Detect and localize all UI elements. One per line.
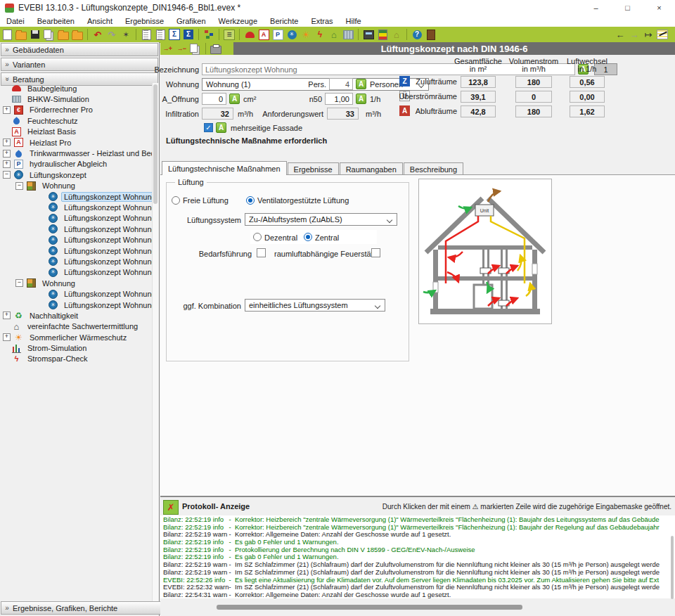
protocol-log[interactable]: Bilanz: 22:52:19 info-Korrektor: Heizber… bbox=[160, 515, 675, 598]
close-button[interactable]: × bbox=[643, 0, 675, 15]
tree-item-lüftungskonzept[interactable]: −Lüftungskonzept bbox=[0, 169, 153, 180]
tree-item-lüftungskonzept-wohnung-(8)[interactable]: Lüftungskonzept Wohnung (8) bbox=[0, 256, 153, 267]
fassade-a-button[interactable]: A bbox=[216, 122, 226, 133]
bedarfsfuehrung-checkbox[interactable] bbox=[257, 248, 266, 257]
heizlast-icon[interactable]: A bbox=[258, 30, 269, 40]
close-protocol-button[interactable]: ✗ bbox=[163, 500, 179, 515]
tree-item-strom-simulation[interactable]: Strom-Simulation bbox=[0, 342, 153, 353]
energie-doc-icon[interactable] bbox=[377, 30, 388, 40]
collapse-icon[interactable]: − bbox=[3, 171, 11, 179]
expand-icon[interactable]: + bbox=[3, 106, 11, 114]
undo-icon[interactable]: ↶ bbox=[92, 30, 103, 40]
tree-item-lüftungskonzept-wohnung-(1)[interactable]: Lüftungskonzept Wohnung (1) bbox=[0, 191, 153, 202]
sidebar-section-ergebnisse[interactable]: » Ergebnisse, Grafiken, Berichte bbox=[1, 601, 162, 615]
tree-item-wohnung[interactable]: −Wohnung bbox=[0, 181, 153, 191]
tree-item-wohnung[interactable]: −Wohnung bbox=[0, 278, 153, 288]
tree-item-lüftungskonzept-wohnung-(9)[interactable]: Lüftungskonzept Wohnung (9) bbox=[0, 300, 153, 310]
log-line[interactable]: Bilanz: 22:52:19 warn-Im SZ Schlafzimmer… bbox=[160, 568, 675, 576]
minimize-button[interactable]: – bbox=[580, 0, 612, 15]
tree-item-lüftungskonzept-wohnung-(4)[interactable]: Lüftungskonzept Wohnung (4) bbox=[0, 288, 153, 299]
kombination-select[interactable]: einheitliches Lüftungssystem bbox=[245, 299, 385, 312]
log-line[interactable]: Bilanz: 22:52:19 info-Es gab 0 Fehler un… bbox=[160, 553, 675, 560]
menu-extras[interactable]: Extras bbox=[304, 16, 339, 26]
sigma-out-icon[interactable]: Σ bbox=[169, 30, 180, 40]
fassade-checkbox[interactable] bbox=[204, 123, 213, 132]
collapse-icon[interactable]: − bbox=[15, 279, 23, 287]
edit-report-icon[interactable] bbox=[657, 30, 668, 40]
tab-beschreibung[interactable]: Beschreibung bbox=[404, 162, 463, 175]
stromspar-icon[interactable]: ϟ bbox=[314, 30, 326, 40]
collapse-icon[interactable]: − bbox=[15, 182, 23, 190]
ventilator-radio[interactable] bbox=[246, 196, 255, 205]
wand-icon[interactable]: ✶ bbox=[120, 30, 131, 40]
log-line[interactable]: EVEBI: 22:52:32 warn-Im SZ Schlafzimmer … bbox=[160, 583, 675, 591]
log-line[interactable]: Bilanz: 22:54:31 warn-Korrektor: Allgeme… bbox=[160, 591, 675, 598]
log-line[interactable]: Bilanz: 22:52:19 info-Es gab 0 Fehler un… bbox=[160, 538, 675, 546]
hydraulik-icon[interactable]: P bbox=[272, 30, 283, 40]
sidebar-section-varianten[interactable]: » Varianten bbox=[1, 58, 158, 71]
sidebar-scrollbar[interactable] bbox=[152, 83, 158, 602]
tree-item-heizlast-pro[interactable]: +Heizlast Pro bbox=[0, 137, 153, 148]
copy-icon[interactable] bbox=[44, 30, 55, 40]
tree-item-lüftungskonzept-wohnung-(7)[interactable]: Lüftungskonzept Wohnung (7) bbox=[0, 245, 153, 256]
menu-ansicht[interactable]: Ansicht bbox=[81, 16, 119, 26]
go-end-icon[interactable]: ↦ bbox=[643, 30, 654, 40]
log-line[interactable]: Bilanz: 22:52:19 warn-Im SZ Schlafzimmer… bbox=[160, 560, 675, 568]
menu-datei[interactable]: Datei bbox=[0, 16, 31, 26]
help-icon[interactable]: ? bbox=[411, 30, 423, 40]
import-icon[interactable] bbox=[58, 30, 69, 40]
tree-item-bhkw-simulation[interactable]: BHKW-Simulation bbox=[0, 94, 153, 104]
lueftungssystem-select[interactable]: Zu-/Abluftsystem (ZuAbLS) bbox=[245, 213, 397, 226]
tree-item-lüftungskonzept-wohnung-(6)[interactable]: Lüftungskonzept Wohnung (6) bbox=[0, 234, 153, 245]
copy-row-icon[interactable] bbox=[190, 44, 201, 54]
aoeffnung-a-button[interactable]: A bbox=[229, 94, 240, 104]
freie-lueftung-radio[interactable] bbox=[172, 196, 180, 205]
dezentral-radio[interactable] bbox=[253, 233, 262, 241]
tree-item-baubegleitung[interactable]: Baubegleitung bbox=[0, 83, 153, 94]
new-file-icon[interactable] bbox=[1, 30, 13, 40]
log-line[interactable]: EVEBI: 22:52:26 info-Es liegt eine Aktua… bbox=[160, 576, 675, 584]
add-row-icon[interactable]: →+ bbox=[162, 44, 173, 54]
tab-lüftungstechnische-maßnahmen[interactable]: Lüftungstechnische Maßnahmen bbox=[162, 161, 287, 175]
doc-icon[interactable] bbox=[141, 30, 152, 40]
tree-item-vereinfachte-sachwertermittlung[interactable]: vereinfachte Sachwertermittlung bbox=[0, 321, 153, 332]
expand-icon[interactable]: + bbox=[3, 333, 11, 341]
tree-item-stromspar-check[interactable]: Stromspar-Check bbox=[0, 354, 153, 364]
tree-item-nachhaltigkeit[interactable]: +Nachhaltigkeit bbox=[0, 310, 153, 321]
pc-report-icon[interactable] bbox=[363, 30, 374, 40]
bhkw-icon[interactable] bbox=[342, 30, 354, 40]
log-line[interactable]: Bilanz: 22:52:19 info-Protokollierung de… bbox=[160, 546, 675, 553]
door-icon[interactable] bbox=[425, 30, 437, 40]
flow-icon[interactable] bbox=[203, 30, 214, 40]
maximize-button[interactable]: □ bbox=[612, 0, 643, 15]
tree-item-hydraulischer-abgleich[interactable]: +hydraulischer Abgleich bbox=[0, 159, 153, 169]
log-line[interactable]: Bilanz: 22:52:19 info-Korrektor: Heizber… bbox=[160, 515, 675, 523]
tree-item-feuchteschutz[interactable]: Feuchteschutz bbox=[0, 115, 153, 126]
geg-haus-icon[interactable]: ⌂ bbox=[391, 30, 402, 40]
sommer-icon[interactable]: ☀ bbox=[300, 30, 311, 40]
menu-bearbeiten[interactable]: Bearbeiten bbox=[31, 16, 81, 26]
tree-item-lüftungskonzept-wohnung-(10)[interactable]: Lüftungskonzept Wohnung (10) bbox=[0, 267, 153, 278]
redo-icon[interactable]: ↷ bbox=[106, 30, 117, 40]
log-line[interactable]: Bilanz: 22:52:19 info-Korrektor: Heizber… bbox=[160, 523, 675, 531]
expand-icon[interactable]: + bbox=[3, 139, 11, 146]
tab-raumangaben[interactable]: Raumangaben bbox=[340, 162, 403, 175]
tree-item-sommerlicher-wärmeschutz[interactable]: +Sommerlicher Wärmeschutz bbox=[0, 332, 153, 342]
doc-num-icon[interactable] bbox=[155, 30, 166, 40]
expand-icon[interactable]: + bbox=[3, 150, 11, 158]
aoeffnung-input[interactable]: 0 bbox=[202, 93, 226, 105]
tree-item-förderrechner-pro[interactable]: +Förderrechner Pro bbox=[0, 105, 153, 115]
pers-input[interactable]: 4 bbox=[329, 78, 353, 90]
export-icon[interactable] bbox=[72, 30, 83, 40]
protocol-hscrollbar[interactable] bbox=[217, 605, 522, 610]
protocol-vscrollbar[interactable] bbox=[671, 536, 674, 599]
menu-werkzeuge[interactable]: Werkzeuge bbox=[212, 16, 264, 26]
sigma-fill-icon[interactable]: Σ bbox=[183, 30, 194, 40]
tree-item-lüftungskonzept-wohnung-(2)[interactable]: Lüftungskonzept Wohnung (2) bbox=[0, 202, 153, 212]
menu-berichte[interactable]: Berichte bbox=[264, 16, 304, 26]
log-line[interactable]: Bilanz: 22:52:19 warn-Korrektor: Allgeme… bbox=[160, 530, 675, 538]
print-icon[interactable] bbox=[210, 44, 221, 54]
sidebar-section-gebaeudedaten[interactable]: » Gebäudedaten bbox=[1, 43, 158, 56]
expand-icon[interactable]: + bbox=[3, 312, 11, 319]
lueftung-icon[interactable]: ✳ bbox=[286, 30, 297, 40]
